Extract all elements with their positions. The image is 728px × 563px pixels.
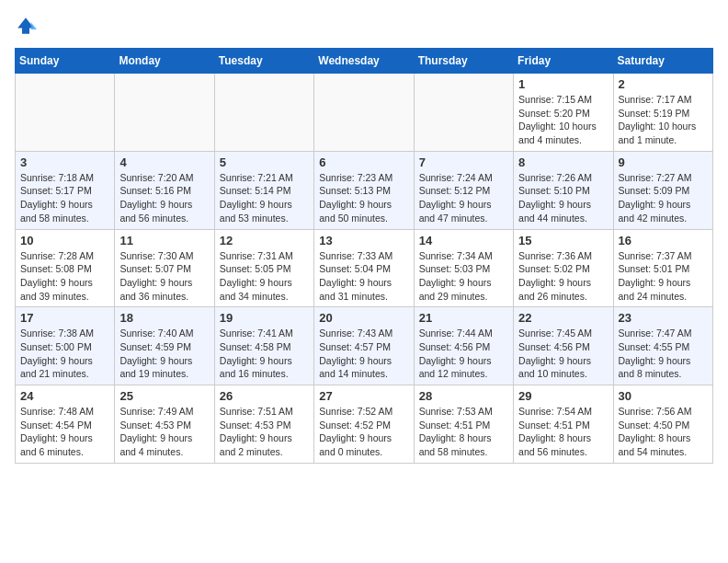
calendar-header-saturday: Saturday [613,49,712,74]
calendar-cell: 18Sunrise: 7:40 AM Sunset: 4:59 PM Dayli… [115,307,214,385]
calendar-cell: 11Sunrise: 7:30 AM Sunset: 5:07 PM Dayli… [115,229,214,307]
day-number: 4 [119,155,209,169]
calendar: SundayMondayTuesdayWednesdayThursdayFrid… [15,48,713,464]
day-info: Sunrise: 7:17 AM Sunset: 5:19 PM Dayligh… [619,93,708,147]
day-info: Sunrise: 7:23 AM Sunset: 5:13 PM Dayligh… [319,171,408,225]
calendar-cell: 4Sunrise: 7:20 AM Sunset: 5:16 PM Daylig… [115,151,214,229]
calendar-cell: 29Sunrise: 7:54 AM Sunset: 4:51 PM Dayli… [514,385,613,464]
day-info: Sunrise: 7:30 AM Sunset: 5:07 PM Dayligh… [119,249,209,304]
calendar-week-5: 24Sunrise: 7:48 AM Sunset: 4:54 PM Dayli… [16,385,713,464]
day-info: Sunrise: 7:20 AM Sunset: 5:16 PM Dayligh… [119,171,209,225]
day-info: Sunrise: 7:54 AM Sunset: 4:51 PM Dayligh… [518,405,608,459]
day-number: 13 [319,234,408,247]
day-number: 26 [220,389,309,403]
day-number: 11 [119,234,209,247]
calendar-cell: 27Sunrise: 7:52 AM Sunset: 4:52 PM Dayli… [314,385,414,464]
day-info: Sunrise: 7:27 AM Sunset: 5:09 PM Dayligh… [619,171,708,225]
day-number: 27 [319,389,408,403]
calendar-cell: 13Sunrise: 7:33 AM Sunset: 5:04 PM Dayli… [314,229,414,307]
calendar-cell: 26Sunrise: 7:51 AM Sunset: 4:53 PM Dayli… [214,385,313,464]
day-number: 28 [419,389,508,403]
day-info: Sunrise: 7:38 AM Sunset: 5:00 PM Dayligh… [20,327,109,381]
calendar-cell: 17Sunrise: 7:38 AM Sunset: 5:00 PM Dayli… [16,307,115,385]
calendar-header-thursday: Thursday [414,49,513,74]
calendar-cell [214,74,313,152]
calendar-header-sunday: Sunday [16,49,115,74]
calendar-header-wednesday: Wednesday [314,49,414,74]
calendar-cell: 10Sunrise: 7:28 AM Sunset: 5:08 PM Dayli… [16,229,115,307]
day-info: Sunrise: 7:21 AM Sunset: 5:14 PM Dayligh… [220,171,309,225]
day-number: 6 [319,155,408,169]
day-info: Sunrise: 7:43 AM Sunset: 4:57 PM Dayligh… [319,327,408,381]
logo-icon [15,15,37,37]
calendar-cell [16,74,115,152]
calendar-week-3: 10Sunrise: 7:28 AM Sunset: 5:08 PM Dayli… [16,229,713,307]
calendar-header-monday: Monday [115,49,214,74]
day-number: 20 [319,311,408,325]
day-number: 24 [20,389,109,403]
day-number: 12 [220,234,309,247]
day-info: Sunrise: 7:15 AM Sunset: 5:20 PM Dayligh… [518,93,608,147]
day-number: 25 [119,389,209,403]
day-info: Sunrise: 7:41 AM Sunset: 4:58 PM Dayligh… [220,327,309,381]
calendar-cell: 1Sunrise: 7:15 AM Sunset: 5:20 PM Daylig… [514,74,613,152]
day-number: 17 [20,311,109,325]
calendar-cell: 20Sunrise: 7:43 AM Sunset: 4:57 PM Dayli… [314,307,414,385]
day-number: 29 [518,389,608,403]
calendar-cell: 6Sunrise: 7:23 AM Sunset: 5:13 PM Daylig… [314,151,414,229]
calendar-cell: 8Sunrise: 7:26 AM Sunset: 5:10 PM Daylig… [514,151,613,229]
calendar-cell: 28Sunrise: 7:53 AM Sunset: 4:51 PM Dayli… [414,385,513,464]
page-header [15,15,713,40]
svg-marker-1 [31,22,37,29]
calendar-header-friday: Friday [514,49,613,74]
calendar-cell: 16Sunrise: 7:37 AM Sunset: 5:01 PM Dayli… [613,229,712,307]
calendar-cell: 5Sunrise: 7:21 AM Sunset: 5:14 PM Daylig… [214,151,313,229]
calendar-cell [414,74,513,152]
logo [15,15,39,37]
calendar-cell: 21Sunrise: 7:44 AM Sunset: 4:56 PM Dayli… [414,307,513,385]
day-number: 3 [20,155,109,169]
calendar-cell: 7Sunrise: 7:24 AM Sunset: 5:12 PM Daylig… [414,151,513,229]
day-number: 15 [518,234,608,247]
day-info: Sunrise: 7:37 AM Sunset: 5:01 PM Dayligh… [619,249,708,304]
day-number: 2 [619,77,708,91]
day-number: 18 [119,311,209,325]
calendar-cell: 14Sunrise: 7:34 AM Sunset: 5:03 PM Dayli… [414,229,513,307]
calendar-cell: 22Sunrise: 7:45 AM Sunset: 4:56 PM Dayli… [514,307,613,385]
day-number: 23 [619,311,708,325]
day-info: Sunrise: 7:34 AM Sunset: 5:03 PM Dayligh… [419,249,508,304]
calendar-cell: 30Sunrise: 7:56 AM Sunset: 4:50 PM Dayli… [613,385,712,464]
calendar-body: 1Sunrise: 7:15 AM Sunset: 5:20 PM Daylig… [16,74,713,464]
day-info: Sunrise: 7:40 AM Sunset: 4:59 PM Dayligh… [119,327,209,381]
day-number: 7 [419,155,508,169]
day-info: Sunrise: 7:26 AM Sunset: 5:10 PM Dayligh… [518,171,608,225]
day-number: 14 [419,234,508,247]
day-number: 30 [619,389,708,403]
day-number: 21 [419,311,508,325]
day-info: Sunrise: 7:53 AM Sunset: 4:51 PM Dayligh… [419,405,508,459]
calendar-cell: 2Sunrise: 7:17 AM Sunset: 5:19 PM Daylig… [613,74,712,152]
calendar-cell: 12Sunrise: 7:31 AM Sunset: 5:05 PM Dayli… [214,229,313,307]
day-info: Sunrise: 7:28 AM Sunset: 5:08 PM Dayligh… [20,249,109,304]
day-info: Sunrise: 7:52 AM Sunset: 4:52 PM Dayligh… [319,405,408,459]
day-info: Sunrise: 7:44 AM Sunset: 4:56 PM Dayligh… [419,327,508,381]
calendar-week-1: 1Sunrise: 7:15 AM Sunset: 5:20 PM Daylig… [16,74,713,152]
day-number: 9 [619,155,708,169]
day-info: Sunrise: 7:31 AM Sunset: 5:05 PM Dayligh… [220,249,309,304]
day-info: Sunrise: 7:48 AM Sunset: 4:54 PM Dayligh… [20,405,109,459]
day-info: Sunrise: 7:51 AM Sunset: 4:53 PM Dayligh… [220,405,309,459]
calendar-week-4: 17Sunrise: 7:38 AM Sunset: 5:00 PM Dayli… [16,307,713,385]
day-number: 10 [20,234,109,247]
calendar-cell: 25Sunrise: 7:49 AM Sunset: 4:53 PM Dayli… [115,385,214,464]
calendar-week-2: 3Sunrise: 7:18 AM Sunset: 5:17 PM Daylig… [16,151,713,229]
calendar-cell [115,74,214,152]
day-info: Sunrise: 7:18 AM Sunset: 5:17 PM Dayligh… [20,171,109,225]
calendar-cell: 9Sunrise: 7:27 AM Sunset: 5:09 PM Daylig… [613,151,712,229]
day-info: Sunrise: 7:36 AM Sunset: 5:02 PM Dayligh… [518,249,608,304]
calendar-header-tuesday: Tuesday [214,49,313,74]
calendar-cell: 24Sunrise: 7:48 AM Sunset: 4:54 PM Dayli… [16,385,115,464]
day-number: 19 [220,311,309,325]
day-number: 8 [518,155,608,169]
calendar-cell: 3Sunrise: 7:18 AM Sunset: 5:17 PM Daylig… [16,151,115,229]
day-info: Sunrise: 7:49 AM Sunset: 4:53 PM Dayligh… [119,405,209,459]
